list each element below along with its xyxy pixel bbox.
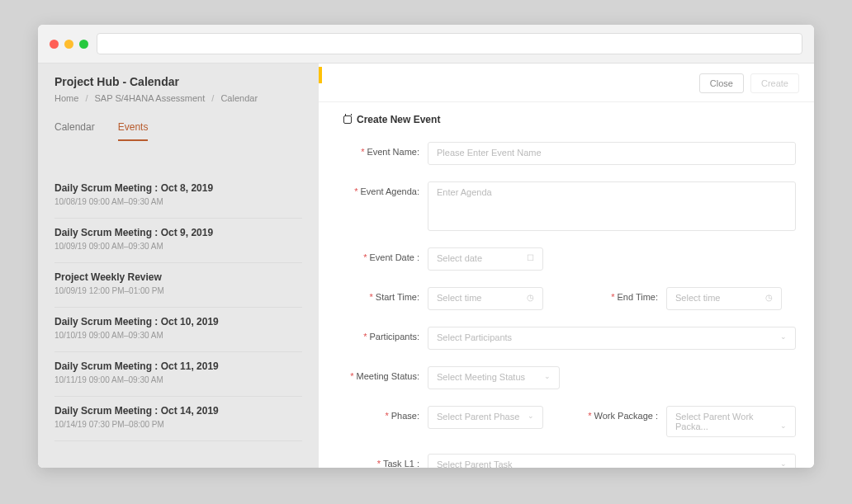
chevron-down-icon: ⌄ bbox=[528, 412, 534, 420]
form-row-event-date: *Event Date : Select date☐ bbox=[343, 247, 796, 271]
form-row-end-time: *End Time: Select time◷ bbox=[582, 287, 796, 310]
calendar-icon: ☐ bbox=[527, 253, 534, 262]
event-date-input[interactable]: Select date☐ bbox=[428, 247, 543, 271]
participants-label: *Participants: bbox=[343, 327, 419, 341]
event-title: Daily Scrum Meeting : Oct 14, 2019 bbox=[54, 405, 302, 417]
list-item[interactable]: Daily Scrum Meeting : Oct 14, 2019 10/14… bbox=[54, 397, 302, 441]
form-row-event-name: *Event Name: Please Enter Event Name bbox=[343, 142, 796, 165]
list-item[interactable]: Daily Scrum Meeting : Oct 11, 2019 10/11… bbox=[54, 352, 302, 397]
event-title: Daily Scrum Meeting : Oct 11, 2019 bbox=[54, 360, 302, 372]
phase-select[interactable]: Select Parent Phase⌄ bbox=[428, 406, 543, 429]
start-time-input[interactable]: Select time◷ bbox=[428, 287, 543, 310]
breadcrumb: Home / SAP S/4HANA Assessment / Calendar bbox=[54, 93, 302, 103]
event-agenda-label: *Event Agenda: bbox=[343, 181, 419, 196]
breadcrumb-item: Calendar bbox=[220, 93, 258, 103]
app-content: Project Hub - Calendar Home / SAP S/4HAN… bbox=[38, 64, 814, 468]
meeting-status-label: *Meeting Status: bbox=[343, 366, 419, 381]
event-time: 10/09/19 12:00 PM–01:00 PM bbox=[54, 286, 302, 295]
chevron-down-icon: ⌄ bbox=[544, 372, 551, 380]
close-window-button[interactable] bbox=[50, 40, 59, 49]
accent-bar bbox=[319, 67, 322, 83]
create-button[interactable]: Create bbox=[750, 73, 799, 93]
tab-events[interactable]: Events bbox=[118, 121, 149, 141]
tab-calendar[interactable]: Calendar bbox=[54, 121, 95, 141]
browser-window: Project Hub - Calendar Home / SAP S/4HAN… bbox=[38, 25, 814, 468]
form-row-work-package: *Work Package : Select Parent Work Packa… bbox=[582, 406, 796, 437]
list-item[interactable]: Daily Scrum Meeting : Oct 9, 2019 10/09/… bbox=[54, 219, 302, 263]
event-title: Project Weekly Review bbox=[54, 271, 302, 283]
panel-header: Close Create bbox=[319, 64, 814, 102]
list-item[interactable]: Project Weekly Review 10/09/19 12:00 PM–… bbox=[54, 263, 302, 308]
main-panel: Close Create Create New Event *Event Nam… bbox=[319, 64, 814, 468]
address-bar[interactable] bbox=[97, 33, 802, 54]
list-item[interactable]: Daily Scrum Meeting : Oct 10, 2019 10/10… bbox=[54, 308, 302, 352]
event-name-input[interactable]: Please Enter Event Name bbox=[428, 142, 796, 165]
event-title: Daily Scrum Meeting : Oct 9, 2019 bbox=[54, 227, 302, 238]
chevron-down-icon: ⌄ bbox=[780, 459, 787, 468]
page-title: Project Hub - Calendar bbox=[54, 75, 302, 88]
sidebar: Project Hub - Calendar Home / SAP S/4HAN… bbox=[38, 64, 319, 468]
breadcrumb-item[interactable]: Home bbox=[54, 93, 78, 103]
chevron-down-icon: ⌄ bbox=[780, 422, 787, 430]
calendar-icon bbox=[343, 115, 352, 124]
close-button[interactable]: Close bbox=[699, 73, 744, 93]
event-title: Daily Scrum Meeting : Oct 10, 2019 bbox=[54, 316, 302, 327]
task-l1-select[interactable]: Select Parent Task⌄ bbox=[428, 454, 796, 468]
list-item[interactable]: Daily Scrum Meeting : Oct 8, 2019 10/08/… bbox=[54, 174, 302, 219]
form-title: Create New Event bbox=[343, 114, 796, 125]
event-time: 10/09/19 09:00 AM–09:30 AM bbox=[54, 242, 302, 251]
event-list: Daily Scrum Meeting : Oct 8, 2019 10/08/… bbox=[54, 174, 302, 441]
form-row-event-agenda: *Event Agenda: Enter Agenda bbox=[343, 181, 796, 231]
traffic-lights bbox=[50, 40, 88, 49]
participants-select[interactable]: Select Participants⌄ bbox=[428, 327, 796, 350]
event-date-label: *Event Date : bbox=[343, 247, 419, 262]
form-row-meeting-status: *Meeting Status: Select Meeting Status⌄ bbox=[343, 366, 796, 389]
breadcrumb-separator: / bbox=[85, 93, 88, 103]
minimize-window-button[interactable] bbox=[64, 40, 73, 49]
event-agenda-input[interactable]: Enter Agenda bbox=[428, 181, 796, 231]
event-time: 10/11/19 09:00 AM–09:30 AM bbox=[54, 375, 302, 384]
maximize-window-button[interactable] bbox=[79, 40, 88, 49]
form-row-task-l1: *Task L1 : Select Parent Task⌄ bbox=[343, 454, 796, 468]
work-package-label: *Work Package : bbox=[582, 406, 658, 421]
clock-icon: ◷ bbox=[527, 293, 534, 302]
event-time: 10/10/19 09:00 AM–09:30 AM bbox=[54, 331, 302, 340]
event-time: 10/08/19 09:00 AM–09:30 AM bbox=[54, 197, 302, 206]
start-time-label: *Start Time: bbox=[343, 287, 419, 302]
task-l1-label: *Task L1 : bbox=[343, 454, 419, 468]
tabs: Calendar Events bbox=[54, 121, 302, 141]
meeting-status-select[interactable]: Select Meeting Status⌄ bbox=[428, 366, 560, 389]
form-title-text: Create New Event bbox=[357, 114, 440, 125]
form-row-participants: *Participants: Select Participants⌄ bbox=[343, 327, 796, 350]
event-title: Daily Scrum Meeting : Oct 8, 2019 bbox=[54, 182, 302, 194]
work-package-select[interactable]: Select Parent Work Packa...⌄ bbox=[666, 406, 796, 437]
create-event-form: Create New Event *Event Name: Please Ent… bbox=[319, 102, 814, 468]
breadcrumb-item[interactable]: SAP S/4HANA Assessment bbox=[95, 93, 206, 103]
event-name-label: *Event Name: bbox=[343, 142, 419, 157]
form-row-phase: *Phase: Select Parent Phase⌄ bbox=[343, 406, 557, 437]
phase-label: *Phase: bbox=[343, 406, 419, 421]
event-time: 10/14/19 07:30 PM–08:00 PM bbox=[54, 420, 302, 429]
form-row-start-time: *Start Time: Select time◷ bbox=[343, 287, 557, 310]
breadcrumb-separator: / bbox=[211, 93, 214, 103]
end-time-input[interactable]: Select time◷ bbox=[666, 287, 782, 310]
clock-icon: ◷ bbox=[765, 293, 773, 302]
end-time-label: *End Time: bbox=[582, 287, 658, 302]
browser-chrome bbox=[38, 25, 814, 64]
chevron-down-icon: ⌄ bbox=[780, 332, 787, 341]
